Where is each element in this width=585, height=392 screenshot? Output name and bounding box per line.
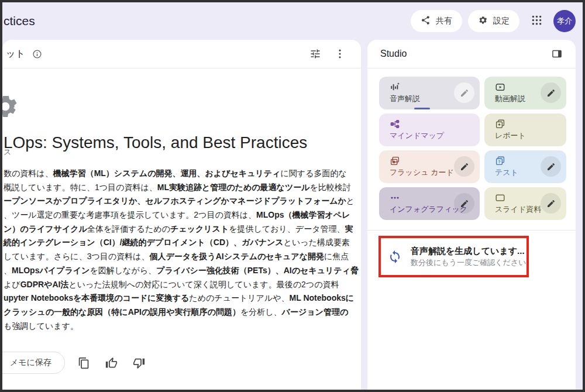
- share-label: 共有: [436, 16, 452, 26]
- studio-panel: Studio 音声解説動画解説マインドマップレポートフラッシュ カード?テストイ…: [367, 40, 576, 390]
- paragraph-line: 数の資料は、機械学習（ML）システムの開発、運用、およびセキュリティに関する多面…: [4, 167, 352, 181]
- paragraph-line: よびGDPRやAI法といった法規制への対応について深く説明しています。最後の2つ…: [4, 278, 352, 292]
- gear-icon: [478, 15, 488, 27]
- response-actions: メモに保存: [2, 352, 147, 374]
- response-title: LOps: Systems, Tools, and Best Practices: [4, 133, 307, 152]
- studio-tile-audio-overview[interactable]: 音声解説: [379, 77, 480, 109]
- chat-panel: ット LOps: Systems, Tools, and Best Practi…: [2, 40, 361, 390]
- more-options-icon[interactable]: [332, 46, 348, 62]
- edit-pencil-icon[interactable]: [454, 156, 474, 177]
- generating-status-annotation: 音声解説を生成しています... 数分後にもう一度ご確認ください: [378, 236, 529, 277]
- paragraph-line: しています。さらに、3つ目の資料は、個人データを扱うAIシステムのセキュアな開発…: [4, 250, 352, 264]
- avatar[interactable]: 孝介: [553, 10, 576, 32]
- flashcards-icon: [390, 156, 400, 166]
- paragraph-line: 続的インテグレーション（CI）/継続的デプロイメント（CD）、ガバナンスといった…: [4, 236, 352, 250]
- tile-label: スライド資料: [495, 204, 541, 215]
- studio-divider: [367, 230, 576, 231]
- report-icon: [495, 119, 505, 129]
- studio-tile-infographic[interactable]: インフォグラフィック: [379, 187, 480, 220]
- tile-label: 動画解説: [495, 94, 525, 104]
- paragraph-line: も強調しています。: [4, 319, 352, 333]
- tile-label: 音声解説: [390, 94, 420, 104]
- paragraph-line: ープンソースかプロプライエタリか、セルフホスティングかマネージドプラットフォーム…: [4, 194, 352, 208]
- tile-label: テスト: [495, 167, 518, 178]
- summary-paragraph: 数の資料は、機械学習（ML）システムの開発、運用、およびセキュリティに関する多面…: [4, 167, 352, 333]
- thumbs-up-icon[interactable]: [103, 355, 120, 372]
- paragraph-line: 概説しています。特に、1つ目の資料は、ML実験追跡と管理のための最適なツールを比…: [4, 181, 352, 195]
- thumbs-down-icon[interactable]: [130, 355, 147, 372]
- studio-tile-slides[interactable]: スライド資料: [484, 187, 566, 220]
- generating-status-subtext: 数分後にもう一度ご確認ください: [411, 257, 526, 269]
- share-button[interactable]: 共有: [411, 10, 462, 32]
- tile-label: フラッシュ カード: [390, 167, 454, 178]
- studio-tile-quiz[interactable]: ?テスト: [484, 150, 566, 183]
- generating-status-text: 音声解説を生成しています...: [411, 245, 526, 257]
- apps-grid-button[interactable]: [526, 11, 546, 31]
- settings-label: 設定: [493, 16, 510, 26]
- studio-tile-report[interactable]: レポート: [484, 114, 566, 146]
- copy-icon[interactable]: [75, 355, 92, 372]
- edit-pencil-icon[interactable]: [541, 193, 561, 214]
- audio-overview-icon: [390, 82, 400, 92]
- paragraph-line: クラッシュの一般的な原因（特にAPIの誤用や実行順序の問題）を分析し、バージョン…: [4, 305, 352, 319]
- save-to-note-button[interactable]: メモに保存: [2, 352, 65, 374]
- studio-title: Studio: [380, 49, 407, 59]
- svg-text:?: ?: [498, 160, 500, 164]
- chat-settings-icon[interactable]: [307, 46, 324, 62]
- edit-pencil-icon[interactable]: [541, 156, 561, 177]
- apps-grid-icon: [531, 14, 543, 28]
- edit-pencil-icon[interactable]: [541, 82, 561, 103]
- paragraph-line: upyter Notebooksを本番環境のコードに変換するためのチュートリアル…: [4, 291, 352, 305]
- video-overview-icon: [495, 82, 505, 92]
- paragraph-line: 、ツール選定の重要な考慮事項を提示しています。2つ目の資料は、MLOps（機械学…: [4, 208, 352, 222]
- mindmap-icon: [390, 119, 400, 129]
- sync-icon: [388, 250, 402, 264]
- collapse-panel-icon[interactable]: [549, 46, 565, 62]
- chat-response-area: LOps: Systems, Tools, and Best Practices…: [2, 68, 361, 389]
- studio-tiles: 音声解説動画解説マインドマップレポートフラッシュ カード?テストインフォグラフィ…: [379, 77, 566, 220]
- sources-count: ス: [4, 147, 11, 157]
- chat-panel-header: ット: [2, 40, 361, 68]
- studio-tile-mindmap[interactable]: マインドマップ: [379, 114, 480, 146]
- tile-label: レポート: [495, 130, 526, 141]
- slides-icon: [495, 192, 505, 203]
- studio-panel-header: Studio: [367, 40, 576, 68]
- notebooklm-window: ctices 共有 設定 孝介 ット: [0, 0, 585, 392]
- paragraph-line: 、MLOpsパイプラインを図解しながら、プライバシー強化技術（PETs）、AIの…: [4, 264, 352, 278]
- notebook-title[interactable]: ctices: [4, 14, 35, 28]
- edit-pencil-icon[interactable]: [454, 193, 474, 214]
- tile-label: マインドマップ: [390, 130, 444, 141]
- gear-emoji-icon: [2, 92, 20, 121]
- quiz-icon: ?: [495, 156, 505, 166]
- share-icon: [421, 15, 431, 27]
- top-bar: ctices 共有 設定 孝介: [2, 2, 583, 40]
- studio-tile-video-overview[interactable]: 動画解説: [484, 77, 566, 109]
- infographic-icon: [390, 192, 400, 203]
- generation-progress-bar: [414, 108, 430, 109]
- info-icon[interactable]: [30, 47, 44, 61]
- settings-button[interactable]: 設定: [468, 10, 519, 32]
- topbar-actions: 共有 設定 孝介: [411, 10, 576, 32]
- paragraph-line: ン）のライフサイクル全体を評価するためのチェックリストを提供しており、データ管理…: [4, 222, 352, 236]
- studio-tile-flashcards[interactable]: フラッシュ カード: [379, 150, 480, 183]
- edit-pencil-icon[interactable]: [454, 82, 474, 103]
- chat-header-label: ット: [6, 48, 25, 60]
